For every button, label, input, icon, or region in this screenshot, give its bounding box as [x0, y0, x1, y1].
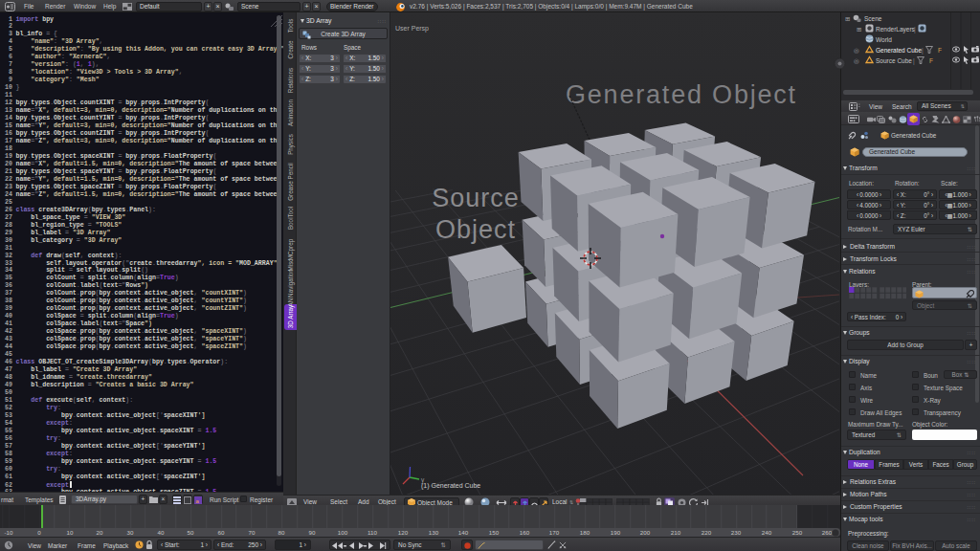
svg-text:Source: Source: [432, 184, 520, 212]
svg-text:User Persp: User Persp: [395, 25, 429, 33]
svg-text:(1) Generated Cube: (1) Generated Cube: [421, 482, 480, 490]
svg-text:Generated Object: Generated Object: [566, 80, 797, 109]
svg-text:Object: Object: [435, 215, 516, 244]
